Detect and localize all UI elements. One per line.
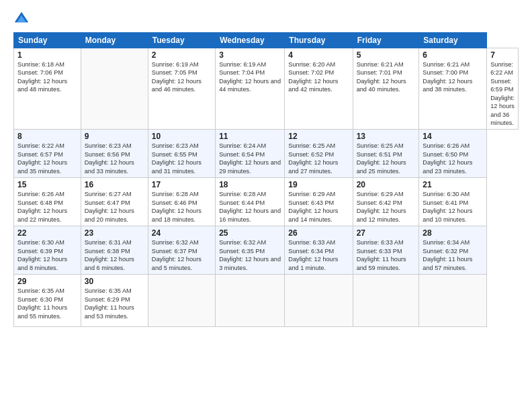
weekday-header-friday: Friday	[353, 33, 419, 48]
calendar-day-19: 19Sunrise: 6:29 AMSunset: 6:43 PMDayligh…	[285, 178, 353, 226]
day-number: 11	[219, 132, 281, 141]
day-detail: Sunrise: 6:20 AMSunset: 7:02 PMDaylight:…	[288, 61, 338, 93]
calendar-week-5: 29Sunrise: 6:35 AMSunset: 6:30 PMDayligh…	[14, 275, 519, 327]
calendar-day-13: 13Sunrise: 6:25 AMSunset: 6:51 PMDayligh…	[353, 130, 419, 178]
calendar-day-11: 11Sunrise: 6:24 AMSunset: 6:54 PMDayligh…	[216, 130, 285, 178]
empty-cell	[353, 275, 419, 327]
day-detail: Sunrise: 6:21 AMSunset: 7:01 PMDaylight:…	[357, 61, 406, 93]
day-number: 20	[357, 180, 416, 189]
day-number: 10	[152, 132, 212, 141]
day-detail: Sunrise: 6:19 AMSunset: 7:04 PMDaylight:…	[219, 61, 281, 93]
calendar-day-9: 9Sunrise: 6:23 AMSunset: 6:56 PMDaylight…	[81, 130, 148, 178]
calendar-week-1: 1Sunrise: 6:18 AMSunset: 7:06 PMDaylight…	[14, 48, 519, 130]
calendar-day-14: 14Sunrise: 6:26 AMSunset: 6:50 PMDayligh…	[419, 130, 487, 178]
calendar-day-5: 5Sunrise: 6:21 AMSunset: 7:01 PMDaylight…	[353, 48, 419, 130]
day-number: 18	[219, 180, 281, 189]
calendar-day-28: 28Sunrise: 6:34 AMSunset: 6:32 PMDayligh…	[419, 226, 487, 275]
calendar-day-15: 15Sunrise: 6:26 AMSunset: 6:48 PMDayligh…	[14, 178, 81, 226]
day-detail: Sunrise: 6:25 AMSunset: 6:52 PMDaylight:…	[288, 142, 338, 174]
logo-icon	[13, 11, 30, 27]
day-detail: Sunrise: 6:30 AMSunset: 6:39 PMDaylight:…	[17, 239, 67, 271]
day-number: 23	[85, 228, 144, 238]
day-detail: Sunrise: 6:26 AMSunset: 6:50 PMDaylight:…	[423, 142, 472, 174]
day-detail: Sunrise: 6:33 AMSunset: 6:34 PMDaylight:…	[288, 239, 338, 271]
day-detail: Sunrise: 6:28 AMSunset: 6:44 PMDaylight:…	[219, 191, 281, 222]
day-detail: Sunrise: 6:35 AMSunset: 6:30 PMDaylight:…	[17, 287, 67, 319]
day-number: 17	[152, 180, 212, 189]
calendar-day-3: 3Sunrise: 6:19 AMSunset: 7:04 PMDaylight…	[216, 48, 285, 130]
day-detail: Sunrise: 6:33 AMSunset: 6:33 PMDaylight:…	[357, 239, 406, 271]
calendar-day-10: 10Sunrise: 6:23 AMSunset: 6:55 PMDayligh…	[148, 130, 215, 178]
day-detail: Sunrise: 6:32 AMSunset: 6:37 PMDaylight:…	[152, 239, 202, 271]
day-number: 13	[357, 132, 416, 141]
day-number: 30	[85, 277, 144, 286]
day-number: 14	[423, 132, 483, 141]
calendar-day-8: 8Sunrise: 6:22 AMSunset: 6:57 PMDaylight…	[14, 130, 81, 178]
day-detail: Sunrise: 6:23 AMSunset: 6:56 PMDaylight:…	[85, 142, 134, 174]
day-number: 8	[17, 132, 77, 141]
day-number: 6	[423, 50, 483, 60]
header	[13, 11, 519, 27]
day-number: 29	[17, 277, 77, 286]
calendar-day-12: 12Sunrise: 6:25 AMSunset: 6:52 PMDayligh…	[285, 130, 353, 178]
calendar-day-23: 23Sunrise: 6:31 AMSunset: 6:38 PMDayligh…	[81, 226, 148, 275]
day-detail: Sunrise: 6:30 AMSunset: 6:41 PMDaylight:…	[423, 191, 472, 222]
empty-cell	[419, 275, 487, 327]
calendar-day-17: 17Sunrise: 6:28 AMSunset: 6:46 PMDayligh…	[148, 178, 215, 226]
day-detail: Sunrise: 6:32 AMSunset: 6:35 PMDaylight:…	[219, 239, 281, 271]
day-number: 15	[17, 180, 77, 189]
calendar-day-21: 21Sunrise: 6:30 AMSunset: 6:41 PMDayligh…	[419, 178, 487, 226]
day-detail: Sunrise: 6:34 AMSunset: 6:32 PMDaylight:…	[423, 239, 472, 271]
calendar-day-20: 20Sunrise: 6:29 AMSunset: 6:42 PMDayligh…	[353, 178, 419, 226]
day-number: 19	[288, 180, 349, 189]
calendar-day-29: 29Sunrise: 6:35 AMSunset: 6:30 PMDayligh…	[14, 275, 81, 327]
weekday-header-tuesday: Tuesday	[148, 33, 215, 48]
calendar-day-25: 25Sunrise: 6:32 AMSunset: 6:35 PMDayligh…	[216, 226, 285, 275]
day-detail: Sunrise: 6:28 AMSunset: 6:46 PMDaylight:…	[152, 191, 202, 222]
calendar-page: SundayMondayTuesdayWednesdayThursdayFrid…	[0, 0, 532, 411]
calendar-day-6: 6Sunrise: 6:21 AMSunset: 7:00 PMDaylight…	[419, 48, 487, 130]
weekday-header-row: SundayMondayTuesdayWednesdayThursdayFrid…	[14, 33, 519, 48]
calendar-week-4: 22Sunrise: 6:30 AMSunset: 6:39 PMDayligh…	[14, 226, 519, 275]
calendar-day-24: 24Sunrise: 6:32 AMSunset: 6:37 PMDayligh…	[148, 226, 215, 275]
calendar-day-2: 2Sunrise: 6:19 AMSunset: 7:05 PMDaylight…	[148, 48, 215, 130]
day-number: 4	[288, 50, 349, 60]
day-number: 1	[17, 50, 77, 60]
logo	[13, 11, 32, 27]
calendar-day-18: 18Sunrise: 6:28 AMSunset: 6:44 PMDayligh…	[216, 178, 285, 226]
day-number: 12	[288, 132, 349, 141]
day-number: 5	[357, 50, 416, 60]
day-detail: Sunrise: 6:18 AMSunset: 7:06 PMDaylight:…	[17, 61, 67, 93]
weekday-header-thursday: Thursday	[285, 33, 353, 48]
day-number: 22	[17, 228, 77, 238]
day-detail: Sunrise: 6:22 AMSunset: 6:57 PMDaylight:…	[17, 142, 67, 174]
calendar-day-27: 27Sunrise: 6:33 AMSunset: 6:33 PMDayligh…	[353, 226, 419, 275]
calendar-week-2: 8Sunrise: 6:22 AMSunset: 6:57 PMDaylight…	[14, 130, 519, 178]
day-detail: Sunrise: 6:24 AMSunset: 6:54 PMDaylight:…	[219, 142, 281, 174]
day-detail: Sunrise: 6:26 AMSunset: 6:48 PMDaylight:…	[17, 191, 67, 222]
day-detail: Sunrise: 6:25 AMSunset: 6:51 PMDaylight:…	[357, 142, 406, 174]
day-detail: Sunrise: 6:35 AMSunset: 6:29 PMDaylight:…	[85, 287, 134, 319]
empty-cell	[81, 48, 148, 130]
calendar-day-1: 1Sunrise: 6:18 AMSunset: 7:06 PMDaylight…	[14, 48, 81, 130]
day-number: 25	[219, 228, 281, 238]
weekday-header-saturday: Saturday	[419, 33, 487, 48]
day-number: 24	[152, 228, 212, 238]
day-detail: Sunrise: 6:31 AMSunset: 6:38 PMDaylight:…	[85, 239, 134, 271]
empty-cell	[285, 275, 353, 327]
calendar-day-16: 16Sunrise: 6:27 AMSunset: 6:47 PMDayligh…	[81, 178, 148, 226]
day-detail: Sunrise: 6:19 AMSunset: 7:05 PMDaylight:…	[152, 61, 202, 93]
calendar-day-30: 30Sunrise: 6:35 AMSunset: 6:29 PMDayligh…	[81, 275, 148, 327]
empty-cell	[216, 275, 285, 327]
day-detail: Sunrise: 6:29 AMSunset: 6:43 PMDaylight:…	[288, 191, 338, 222]
calendar-day-7: 7Sunrise: 6:22 AMSunset: 6:59 PMDaylight…	[487, 48, 519, 130]
day-detail: Sunrise: 6:27 AMSunset: 6:47 PMDaylight:…	[85, 191, 134, 222]
day-number: 26	[288, 228, 349, 238]
calendar-day-22: 22Sunrise: 6:30 AMSunset: 6:39 PMDayligh…	[14, 226, 81, 275]
day-number: 21	[423, 180, 483, 189]
weekday-header-monday: Monday	[81, 33, 148, 48]
empty-cell	[148, 275, 215, 327]
weekday-header-wednesday: Wednesday	[216, 33, 285, 48]
day-detail: Sunrise: 6:23 AMSunset: 6:55 PMDaylight:…	[152, 142, 202, 174]
day-number: 2	[152, 50, 212, 60]
